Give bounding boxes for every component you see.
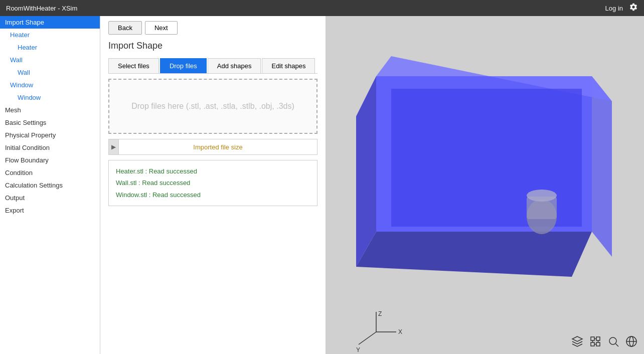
next-button[interactable]: Next — [145, 21, 178, 35]
svg-point-24 — [609, 337, 616, 344]
svg-text:Y: Y — [356, 346, 360, 353]
file-entry-1: Wall.stl : Read successed — [116, 177, 310, 189]
file-size-label: Imported file size — [119, 143, 317, 151]
tab-edit-shapes[interactable]: Edit shapes — [262, 58, 315, 73]
tab-drop-files[interactable]: Drop files — [160, 58, 207, 73]
svg-rect-19 — [591, 342, 594, 346]
svg-text:Z: Z — [378, 310, 382, 317]
globe-icon[interactable] — [624, 334, 639, 349]
tab-select-files[interactable]: Select files — [108, 58, 159, 73]
back-button[interactable]: Back — [108, 21, 142, 35]
tab-add-shapes[interactable]: Add shapes — [208, 58, 261, 73]
svg-rect-18 — [596, 342, 600, 346]
topbar: RoomWithHeater - XSim Log in — [0, 0, 644, 16]
search-icon[interactable] — [606, 334, 621, 349]
file-size-arrow: ▶ — [109, 139, 119, 154]
viewport-svg: Z Y X — [326, 16, 644, 354]
svg-line-25 — [616, 344, 619, 347]
sidebar-item-calculation-settings[interactable]: Calculation Settings — [0, 179, 100, 192]
login-button[interactable]: Log in — [605, 5, 623, 12]
main-layout: Import Shape Heater Heater Wall Wall Win… — [0, 16, 644, 354]
sidebar-item-initial-condition[interactable]: Initial Condition — [0, 141, 100, 154]
sidebar-item-window[interactable]: Window — [0, 91, 100, 104]
drop-zone[interactable]: Drop files here (.stl, .ast, .stla, .stl… — [108, 79, 317, 134]
svg-text:X: X — [398, 328, 402, 335]
sidebar-item-basic-settings[interactable]: Basic Settings — [0, 116, 100, 129]
gear-icon[interactable] — [629, 3, 638, 14]
tab-bar: Select files Drop files Add shapes Edit … — [108, 58, 317, 74]
file-list: Heater.stl : Read successed Wall.stl : R… — [108, 160, 317, 206]
sidebar-item-wall-group[interactable]: Wall — [0, 54, 100, 66]
nav-buttons: Back Next — [108, 21, 317, 35]
sidebar-item-condition[interactable]: Condition — [0, 166, 100, 179]
sidebar-item-physical-property[interactable]: Physical Property — [0, 129, 100, 141]
file-entry-0: Heater.stl : Read successed — [116, 165, 310, 177]
app-title: RoomWithHeater - XSim — [6, 5, 77, 12]
file-entry-2: Window.stl : Read successed — [116, 189, 310, 201]
svg-point-9 — [527, 190, 557, 202]
bottom-toolbar — [570, 334, 639, 349]
svg-rect-16 — [591, 337, 594, 340]
sidebar-item-heater[interactable]: Heater — [0, 41, 100, 54]
content-panel: Back Next Import Shape Select files Drop… — [100, 16, 326, 354]
sidebar-item-output[interactable]: Output — [0, 192, 100, 204]
svg-marker-4 — [592, 76, 612, 257]
sidebar-item-heater-group[interactable]: Heater — [0, 29, 100, 41]
svg-rect-17 — [596, 337, 600, 340]
cube-icon[interactable] — [570, 334, 585, 349]
topbar-right: Log in — [605, 3, 638, 14]
sidebar-item-import-shape[interactable]: Import Shape — [0, 16, 100, 29]
arrow-icon: ▶ — [111, 143, 116, 150]
drop-zone-text: Drop files here (.stl, .ast, .stla, .stl… — [131, 102, 294, 111]
page-title: Import Shape — [108, 41, 317, 51]
file-size-bar: ▶ Imported file size — [108, 139, 317, 155]
sidebar-item-export[interactable]: Export — [0, 204, 100, 217]
sidebar: Import Shape Heater Heater Wall Wall Win… — [0, 16, 100, 354]
sidebar-item-flow-boundary[interactable]: Flow Boundary — [0, 154, 100, 166]
3d-viewport[interactable]: Z Y X — [326, 16, 644, 354]
sidebar-item-window-group[interactable]: Window — [0, 79, 100, 91]
sidebar-item-wall[interactable]: Wall — [0, 66, 100, 79]
bounding-box-icon[interactable] — [588, 334, 603, 349]
sidebar-item-mesh[interactable]: Mesh — [0, 104, 100, 116]
